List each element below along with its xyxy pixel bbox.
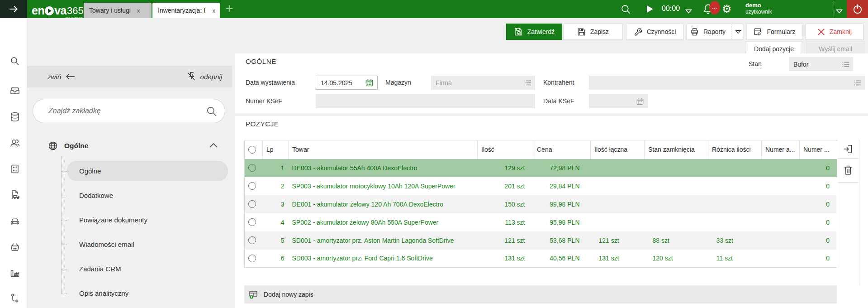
table-row[interactable]: 2 SP003 - akumulator motocyklowy 10Ah 12… [245, 177, 837, 195]
calculator-icon[interactable] [9, 164, 20, 176]
column-header-numer[interactable]: Numer ... [800, 140, 837, 159]
table-row[interactable]: 1 DE003 - akumulator 55Ah 400A DexoElect… [245, 159, 837, 177]
workflow-icon[interactable] [9, 293, 20, 305]
magazyn-placeholder: Firma [431, 79, 452, 87]
stan-field[interactable]: Bufor [789, 57, 853, 71]
form-window-icon [754, 28, 762, 36]
basket-icon[interactable] [9, 241, 20, 254]
tab-towary-i-uslugi[interactable]: Towary i usługi x [84, 3, 152, 18]
select-all-cell [245, 140, 263, 159]
new-tab-button[interactable]: + [222, 2, 237, 16]
chevron-down-icon [735, 30, 741, 34]
contacts-icon[interactable] [9, 138, 20, 150]
select-all-radio[interactable] [248, 146, 256, 154]
tab-close-icon[interactable]: x [213, 7, 216, 14]
data-wystawienia-field[interactable]: 14.05.2025 [316, 76, 378, 90]
czynnosci-button[interactable]: Czynności [626, 24, 683, 40]
cell-lp: 1 [263, 159, 289, 177]
settings-gear-icon[interactable]: ⚙ [722, 3, 732, 15]
database-icon[interactable] [9, 111, 20, 124]
cell-ilosc-laczna [591, 177, 645, 195]
cell-numer-a [762, 177, 800, 195]
add-new-record-row[interactable]: Dodaj nowy zapis [244, 285, 837, 303]
sidebar-tab-item[interactable]: Opis analityczny [67, 283, 228, 303]
table-row[interactable]: 6 SD003 - amortyzator prz. Ford Capri 1.… [245, 250, 837, 268]
sidebar-tab-label: Wiadomości email [79, 241, 134, 248]
calendar-icon[interactable] [365, 78, 374, 87]
factory-icon[interactable] [9, 267, 20, 280]
raporty-button[interactable]: Raporty [687, 24, 743, 40]
work-time-counter[interactable]: 00:00 [662, 5, 680, 13]
collapse-label: zwiń [47, 73, 61, 81]
search-icon[interactable] [620, 4, 631, 17]
table-side-actions [837, 140, 859, 285]
column-header-roznica-ilosci[interactable]: Różnica ilości [708, 140, 762, 159]
list-picker-icon[interactable] [842, 61, 849, 67]
zapisz-button[interactable]: Zapisz [563, 24, 623, 40]
column-header-towar[interactable]: Towar [289, 140, 478, 159]
column-header-cena[interactable]: Cena [533, 140, 591, 159]
sidebar-tab-item[interactable]: Zadania CRM [67, 259, 228, 279]
row-radio[interactable] [248, 182, 256, 190]
tree-tick [62, 269, 67, 270]
save-icon [577, 28, 586, 36]
zatwierdz-button[interactable]: Zatwierdź [506, 24, 562, 40]
cell-ilosc-laczna [591, 213, 645, 231]
sidebar-tab-item[interactable]: Dodatkowe [67, 185, 228, 206]
car-icon[interactable] [9, 216, 20, 228]
delete-record-button[interactable] [837, 159, 859, 183]
list-picker-icon[interactable] [524, 80, 531, 86]
delivery-document-icon[interactable] [9, 189, 20, 202]
calendar-icon[interactable] [636, 97, 644, 106]
open-record-button[interactable] [837, 140, 859, 159]
raporty-dropdown[interactable] [731, 24, 745, 39]
sidebar-tab-item[interactable]: Powiązane dokumenty [67, 210, 228, 230]
tab-inwentaryzacja[interactable]: Inwentaryzacja: IN... x [152, 3, 220, 18]
column-header-lp[interactable]: Lp [263, 140, 289, 159]
table-row[interactable]: 5 SD001 - amortyzator prz. Aston Martin … [245, 231, 837, 250]
sidebar-tab-item[interactable]: Wiadomości email [67, 234, 228, 255]
sidebar-tab-item[interactable]: Ogólne [67, 161, 228, 181]
table-row[interactable]: 4 SP002 - akumulator żelowy 80Ah 550A Su… [245, 213, 837, 231]
cell-lp: 4 [263, 213, 289, 231]
row-radio[interactable] [248, 200, 256, 208]
window-dropdown-icon[interactable] [836, 7, 843, 15]
column-header-numer-a[interactable]: Numer a... [762, 140, 800, 159]
cell-lp: 2 [263, 177, 289, 195]
search-module-icon[interactable] [9, 56, 20, 68]
column-header-stan-zamkniecia[interactable]: Stan zamknięcia [645, 140, 708, 159]
column-header-ilosc[interactable]: Ilość [478, 140, 533, 159]
formularz-button[interactable]: Formularz [746, 24, 803, 40]
kontrahent-field[interactable] [589, 76, 865, 90]
cell-ilosc: 121 szt [478, 231, 533, 250]
cell-numer-a [762, 159, 800, 177]
play-icon[interactable] [646, 5, 654, 15]
row-radio[interactable] [248, 236, 256, 244]
notification-badge[interactable]: ... [709, 1, 720, 14]
chevron-up-icon[interactable] [209, 142, 218, 150]
unpin-sidebar-button[interactable]: odepnij [187, 72, 222, 82]
sidebar-group-ogolne[interactable]: Ogólne [47, 140, 224, 152]
tab-close-icon[interactable]: x [137, 7, 140, 14]
magazyn-field[interactable]: Firma [431, 76, 535, 90]
time-dropdown-icon[interactable] [685, 7, 692, 15]
data-ksef-field[interactable] [589, 94, 648, 108]
collapse-sidebar-button[interactable]: zwiń [47, 72, 76, 81]
row-radio[interactable] [248, 164, 256, 172]
inbox-icon[interactable] [9, 85, 20, 98]
table-row[interactable]: 3 DE001 - akumulator żelowy 120 Ah 700A … [245, 195, 837, 213]
row-radio[interactable] [248, 218, 256, 226]
cell-cena: 72,98 PLN [533, 159, 591, 177]
cell-cena: 53,68 PLN [533, 231, 591, 250]
zamknij-button[interactable]: Zamknij [806, 24, 863, 40]
column-header-ilosc-laczna[interactable]: Ilość łączna [591, 140, 645, 159]
find-tab-input[interactable] [33, 99, 225, 123]
numer-ksef-field[interactable] [316, 94, 535, 108]
cell-towar: DE001 - akumulator żelowy 120 Ah 700A De… [289, 195, 478, 213]
tree-tick [62, 196, 67, 196]
logout-power-button[interactable] [847, 0, 868, 18]
list-picker-icon[interactable] [854, 80, 861, 86]
menu-expand-button[interactable] [0, 0, 27, 18]
row-radio[interactable] [248, 255, 256, 262]
user-menu[interactable]: demo uzytkownik [745, 2, 772, 15]
